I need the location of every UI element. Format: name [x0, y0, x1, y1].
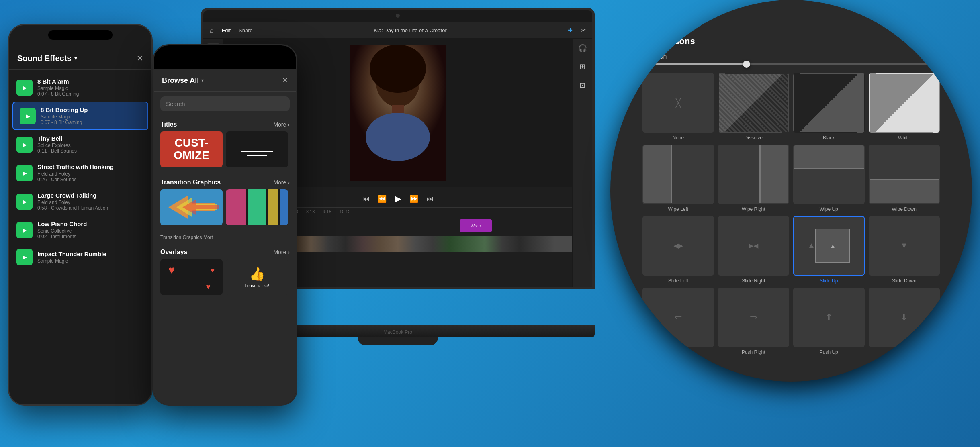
duration-slider[interactable] — [642, 63, 940, 65]
list-item[interactable]: 8 Bit Alarm Sample Magic 0:07 - 8 Bit Ga… — [9, 73, 151, 102]
step-forward-button[interactable]: ⏩ — [409, 194, 418, 203]
list-item[interactable]: Impact Thunder Rumble Sample Magic — [9, 244, 151, 270]
search-input[interactable]: Search — [160, 96, 290, 111]
headphones-icon[interactable]: 🎧 — [576, 42, 589, 55]
overlay-like-card[interactable]: 👍 Leave a like! — [226, 259, 288, 295]
play-button[interactable] — [16, 137, 33, 153]
play-button[interactable] — [16, 194, 33, 210]
svg-point-11 — [370, 45, 426, 93]
transition-thumb-slide-down[interactable] — [869, 216, 940, 276]
play-button[interactable] — [16, 80, 33, 96]
transition-thumb-wipe-right[interactable] — [718, 145, 790, 204]
skip-back-button[interactable]: ⏮ — [362, 195, 370, 203]
overlays-more-button[interactable]: More › — [273, 249, 290, 255]
overlay-hearts-card[interactable]: ♥ ♥ ♥ — [160, 259, 223, 295]
transition-graphics-more-button[interactable]: More › — [273, 179, 290, 186]
transition-thumb-black[interactable] — [793, 73, 865, 133]
list-item[interactable]: Street Traffic with Honking Field and Fo… — [9, 159, 151, 187]
transition-thumb-slide-left[interactable] — [642, 216, 714, 276]
transition-white[interactable]: White — [869, 73, 940, 141]
transition-push-right[interactable]: Push Right — [718, 288, 790, 355]
transition-slide-right[interactable]: Slide Right — [718, 216, 790, 284]
phone-center-screen: Browse All ▾ ✕ Search Titles More › CUST… — [154, 69, 296, 404]
transition-slide-up[interactable]: ▲ Slide Up — [793, 216, 865, 284]
transition-thumb-white[interactable] — [869, 73, 940, 133]
list-item[interactable]: 8 Bit Booting Up Sample Magic 0:07 - 8 B… — [12, 102, 148, 130]
transition-push-down[interactable]: Push D — [869, 288, 940, 355]
transition-black[interactable]: Black — [793, 73, 865, 141]
duration-thumb[interactable] — [743, 61, 750, 68]
transition-thumb-dissolve[interactable] — [718, 73, 790, 133]
sound-meta: Field and Foley 0:26 - Car Sounds — [37, 171, 144, 182]
clip-wrap[interactable]: Wrap — [460, 219, 492, 232]
svg-point-13 — [366, 113, 430, 161]
play-button[interactable] — [16, 165, 33, 181]
transition-thumb-push-right[interactable] — [718, 288, 790, 347]
transitions-content: ‹ Transitions Duration .5s None — [642, 32, 940, 349]
browse-title: Browse All — [162, 76, 199, 85]
transition-none[interactable]: None — [642, 73, 714, 141]
home-icon[interactable]: ⌂ — [210, 27, 214, 34]
share-button[interactable]: Share — [239, 27, 253, 33]
transition-slide-down[interactable]: Slide Down — [869, 216, 940, 284]
transition-label-none: None — [672, 135, 684, 141]
transition-thumb-wipe-left[interactable] — [642, 145, 714, 204]
cut-button[interactable]: ✂ — [581, 27, 586, 34]
transition-label-wipe-down: Wipe Down — [892, 206, 917, 212]
slide-up-visual: ▲ — [815, 229, 850, 263]
title-card-dark[interactable] — [226, 131, 288, 167]
transition-push-up[interactable]: Push Up — [793, 288, 865, 355]
list-item[interactable]: Low Piano Chord Sonic Collective 0:02 - … — [9, 216, 151, 244]
browse-chevron-icon[interactable]: ▾ — [201, 78, 204, 83]
transition-thumb-wipe-up[interactable] — [793, 145, 865, 204]
transition-thumb-wipe-down[interactable] — [869, 145, 940, 204]
transitions-panel: ‹ Transitions Duration .5s None — [610, 0, 972, 382]
video-thumbnail — [350, 45, 446, 181]
transition-thumb-slide-right[interactable] — [718, 216, 790, 276]
overlays-section-header: Overlays More › — [154, 244, 296, 259]
sound-meta: Field and Foley 0:58 - Crowds and Human … — [37, 200, 144, 211]
transition-label-push-up: Push Up — [820, 349, 838, 355]
transition-wipe-right[interactable]: Wipe Right — [718, 145, 790, 212]
title-card-customize[interactable]: CUST-OMIZE — [160, 131, 223, 167]
list-item[interactable]: Tiny Bell Splice Explores 0:11 - Bell So… — [9, 130, 151, 159]
chevron-down-icon[interactable]: ▾ — [74, 55, 77, 61]
titles-more-button[interactable]: More › — [273, 121, 290, 128]
transition-slide-left[interactable]: Slide Left — [642, 216, 714, 284]
play-button[interactable] — [16, 222, 33, 238]
transition-thumb-push-down[interactable] — [869, 288, 940, 347]
overlays-label: Overlays — [160, 249, 188, 256]
transitions-title: Transitions — [648, 36, 695, 47]
transition-wipe-left[interactable]: Wipe Left — [642, 145, 714, 212]
duration-track — [642, 63, 747, 65]
step-back-button[interactable]: ⏪ — [378, 194, 387, 203]
transition-card-arrows[interactable] — [160, 189, 223, 225]
transition-graphics-section-header: Transition Graphics More › — [154, 174, 296, 189]
sound-name: Street Traffic with Honking — [37, 163, 144, 170]
crop-icon[interactable]: ⊡ — [576, 79, 589, 92]
transitions-chevron-icon[interactable]: ‹ — [642, 38, 644, 45]
grid-icon[interactable]: ⊞ — [576, 60, 589, 73]
add-button[interactable]: + — [568, 26, 573, 35]
play-button[interactable] — [20, 108, 36, 124]
transition-thumb-slide-up[interactable]: ▲ — [793, 216, 865, 276]
close-button[interactable]: ✕ — [282, 76, 288, 85]
transition-dissolve[interactable]: Dissolve — [718, 73, 790, 141]
edit-button[interactable]: Edit — [222, 27, 231, 33]
play-button[interactable] — [16, 249, 33, 265]
close-button[interactable]: ✕ — [137, 53, 143, 63]
transition-card-stripes[interactable] — [226, 189, 288, 225]
play-button[interactable]: ▶ — [395, 194, 401, 204]
svg-rect-8 — [280, 189, 288, 225]
list-item[interactable]: Large Crowd Talking Field and Foley 0:58… — [9, 187, 151, 216]
transition-thumb-push-left[interactable] — [642, 288, 714, 347]
sound-meta: Sonic Collective 0:02 - Instruments — [37, 228, 144, 239]
skip-forward-button[interactable]: ⏭ — [426, 195, 434, 203]
transition-wipe-up[interactable]: Wipe Up — [793, 145, 865, 212]
duration-section: Duration .5s — [642, 53, 940, 65]
transition-push-left[interactable]: Push Left — [642, 288, 714, 355]
transition-thumb-push-up[interactable] — [793, 288, 865, 347]
transition-wipe-down[interactable]: Wipe Down — [869, 145, 940, 212]
transition-thumb-none[interactable] — [642, 73, 714, 133]
tg-text: Transition Graphics Mort — [160, 235, 213, 240]
